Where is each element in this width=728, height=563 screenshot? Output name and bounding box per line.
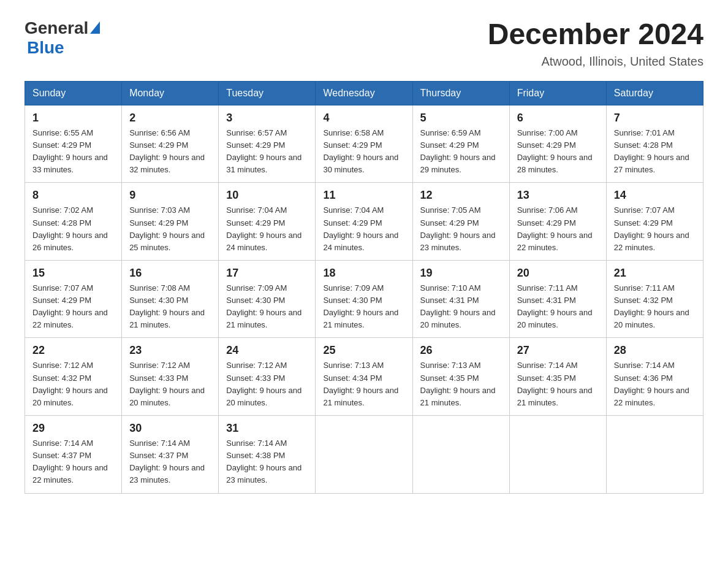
logo-blue-text: Blue [27,38,64,58]
logo-general-text: General [25,18,88,38]
col-wednesday: Wednesday [316,81,412,105]
table-row: 27Sunrise: 7:14 AMSunset: 4:35 PMDayligh… [509,338,606,416]
col-monday: Monday [122,81,219,105]
day-info: Sunrise: 7:11 AMSunset: 4:31 PMDaylight:… [517,282,599,332]
logo-triangle-icon [90,21,100,34]
day-number: 7 [614,112,696,124]
day-info: Sunrise: 7:14 AMSunset: 4:35 PMDaylight:… [517,359,599,409]
day-number: 8 [32,189,114,202]
day-number: 20 [517,267,599,280]
day-number: 22 [32,344,114,357]
day-info: Sunrise: 7:12 AMSunset: 4:33 PMDaylight:… [226,359,308,409]
location-title: Atwood, Illinois, United States [488,55,703,69]
table-row: 6Sunrise: 7:00 AMSunset: 4:29 PMDaylight… [509,105,606,183]
table-row: 9Sunrise: 7:03 AMSunset: 4:29 PMDaylight… [122,183,219,261]
table-row: 23Sunrise: 7:12 AMSunset: 4:33 PMDayligh… [122,338,219,416]
day-info: Sunrise: 7:10 AMSunset: 4:31 PMDaylight:… [420,282,502,332]
table-row: 16Sunrise: 7:08 AMSunset: 4:30 PMDayligh… [122,260,219,338]
table-row: 19Sunrise: 7:10 AMSunset: 4:31 PMDayligh… [412,260,509,338]
day-number: 24 [226,344,308,357]
table-row: 21Sunrise: 7:11 AMSunset: 4:32 PMDayligh… [606,260,703,338]
day-number: 25 [323,344,404,357]
table-row: 2Sunrise: 6:56 AMSunset: 4:29 PMDaylight… [122,105,219,183]
day-info: Sunrise: 7:09 AMSunset: 4:30 PMDaylight:… [226,282,308,332]
day-number: 18 [323,267,404,280]
table-row: 29Sunrise: 7:14 AMSunset: 4:37 PMDayligh… [25,416,122,494]
day-number: 12 [420,189,502,202]
calendar-header-row: Sunday Monday Tuesday Wednesday Thursday… [25,81,703,105]
table-row [316,416,412,494]
day-info: Sunrise: 7:07 AMSunset: 4:29 PMDaylight:… [32,282,114,332]
day-info: Sunrise: 6:59 AMSunset: 4:29 PMDaylight:… [420,127,502,177]
day-number: 28 [614,344,696,357]
calendar-week-row: 1Sunrise: 6:55 AMSunset: 4:29 PMDaylight… [25,105,703,183]
calendar-week-row: 29Sunrise: 7:14 AMSunset: 4:37 PMDayligh… [25,416,703,494]
day-number: 4 [323,112,404,124]
col-saturday: Saturday [606,81,703,105]
day-info: Sunrise: 6:56 AMSunset: 4:29 PMDaylight:… [129,127,211,177]
table-row: 1Sunrise: 6:55 AMSunset: 4:29 PMDaylight… [25,105,122,183]
day-number: 1 [32,112,114,124]
day-number: 5 [420,112,502,124]
day-info: Sunrise: 7:01 AMSunset: 4:28 PMDaylight:… [614,127,696,177]
day-number: 15 [32,267,114,280]
table-row: 12Sunrise: 7:05 AMSunset: 4:29 PMDayligh… [412,183,509,261]
day-info: Sunrise: 7:04 AMSunset: 4:29 PMDaylight:… [323,204,404,254]
day-number: 10 [226,189,308,202]
day-number: 19 [420,267,502,280]
day-info: Sunrise: 7:04 AMSunset: 4:29 PMDaylight:… [226,204,308,254]
table-row: 5Sunrise: 6:59 AMSunset: 4:29 PMDaylight… [412,105,509,183]
day-number: 26 [420,344,502,357]
day-info: Sunrise: 7:08 AMSunset: 4:30 PMDaylight:… [129,282,211,332]
table-row: 26Sunrise: 7:13 AMSunset: 4:35 PMDayligh… [412,338,509,416]
table-row: 22Sunrise: 7:12 AMSunset: 4:32 PMDayligh… [25,338,122,416]
day-number: 6 [517,112,599,124]
table-row: 25Sunrise: 7:13 AMSunset: 4:34 PMDayligh… [316,338,412,416]
day-info: Sunrise: 6:55 AMSunset: 4:29 PMDaylight:… [32,127,114,177]
table-row [509,416,606,494]
table-row: 30Sunrise: 7:14 AMSunset: 4:37 PMDayligh… [122,416,219,494]
table-row: 14Sunrise: 7:07 AMSunset: 4:29 PMDayligh… [606,183,703,261]
day-info: Sunrise: 7:06 AMSunset: 4:29 PMDaylight:… [517,204,599,254]
table-row: 17Sunrise: 7:09 AMSunset: 4:30 PMDayligh… [219,260,316,338]
table-row: 4Sunrise: 6:58 AMSunset: 4:29 PMDaylight… [316,105,412,183]
day-info: Sunrise: 7:12 AMSunset: 4:32 PMDaylight:… [32,359,114,409]
table-row: 24Sunrise: 7:12 AMSunset: 4:33 PMDayligh… [219,338,316,416]
day-info: Sunrise: 7:11 AMSunset: 4:32 PMDaylight:… [614,282,696,332]
table-row: 20Sunrise: 7:11 AMSunset: 4:31 PMDayligh… [509,260,606,338]
page-header: General Blue December 2024 Atwood, Illin… [25,18,703,69]
day-info: Sunrise: 7:12 AMSunset: 4:33 PMDaylight:… [129,359,211,409]
day-number: 23 [129,344,211,357]
day-number: 30 [129,422,211,435]
col-tuesday: Tuesday [219,81,316,105]
day-number: 2 [129,112,211,124]
day-number: 13 [517,189,599,202]
table-row: 3Sunrise: 6:57 AMSunset: 4:29 PMDaylight… [219,105,316,183]
table-row: 28Sunrise: 7:14 AMSunset: 4:36 PMDayligh… [606,338,703,416]
calendar-table: Sunday Monday Tuesday Wednesday Thursday… [25,81,703,494]
day-number: 9 [129,189,211,202]
day-info: Sunrise: 7:14 AMSunset: 4:38 PMDaylight:… [226,437,308,487]
day-info: Sunrise: 7:02 AMSunset: 4:28 PMDaylight:… [32,204,114,254]
table-row: 15Sunrise: 7:07 AMSunset: 4:29 PMDayligh… [25,260,122,338]
day-number: 14 [614,189,696,202]
day-number: 31 [226,422,308,435]
day-number: 29 [32,422,114,435]
month-title: December 2024 [488,18,703,51]
day-number: 11 [323,189,404,202]
day-info: Sunrise: 7:00 AMSunset: 4:29 PMDaylight:… [517,127,599,177]
day-info: Sunrise: 7:09 AMSunset: 4:30 PMDaylight:… [323,282,404,332]
table-row: 7Sunrise: 7:01 AMSunset: 4:28 PMDaylight… [606,105,703,183]
day-info: Sunrise: 6:57 AMSunset: 4:29 PMDaylight:… [226,127,308,177]
day-info: Sunrise: 7:05 AMSunset: 4:29 PMDaylight:… [420,204,502,254]
day-info: Sunrise: 7:14 AMSunset: 4:37 PMDaylight:… [129,437,211,487]
calendar-week-row: 8Sunrise: 7:02 AMSunset: 4:28 PMDaylight… [25,183,703,261]
logo: General Blue [25,18,100,58]
calendar-week-row: 15Sunrise: 7:07 AMSunset: 4:29 PMDayligh… [25,260,703,338]
table-row [606,416,703,494]
day-number: 17 [226,267,308,280]
day-number: 21 [614,267,696,280]
day-info: Sunrise: 7:14 AMSunset: 4:36 PMDaylight:… [614,359,696,409]
day-info: Sunrise: 7:07 AMSunset: 4:29 PMDaylight:… [614,204,696,254]
col-sunday: Sunday [25,81,122,105]
